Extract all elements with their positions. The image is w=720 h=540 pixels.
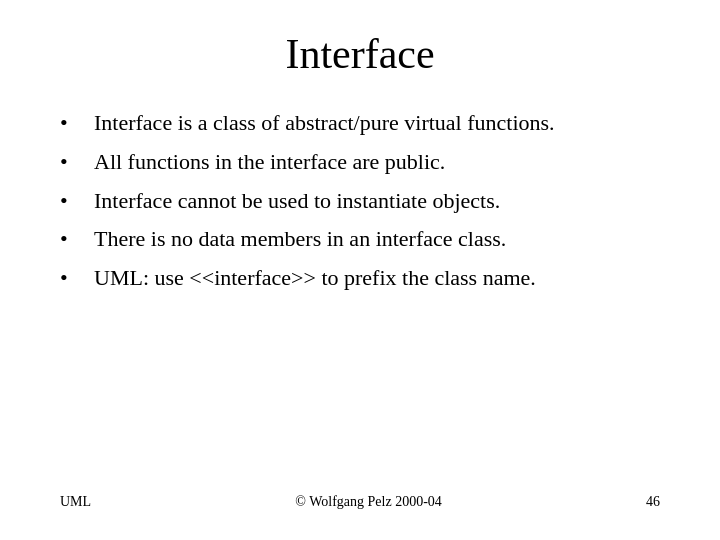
bullet-item: •There is no data members in an interfac…	[60, 224, 660, 255]
bullet-item: •All functions in the interface are publ…	[60, 147, 660, 178]
bullet-symbol: •	[60, 108, 88, 139]
bullet-text: All functions in the interface are publi…	[94, 147, 660, 178]
bullet-item: •UML: use <<interface>> to prefix the cl…	[60, 263, 660, 294]
bullet-text: Interface cannot be used to instantiate …	[94, 186, 660, 217]
footer-left: UML	[60, 494, 91, 510]
bullet-item: •Interface cannot be used to instantiate…	[60, 186, 660, 217]
bullet-symbol: •	[60, 186, 88, 217]
slide-title: Interface	[60, 30, 660, 78]
bullet-symbol: •	[60, 263, 88, 294]
bullet-text: UML: use <<interface>> to prefix the cla…	[94, 263, 660, 294]
bullet-text: There is no data members in an interface…	[94, 224, 660, 255]
footer-center: © Wolfgang Pelz 2000-04	[295, 494, 442, 510]
bullet-list: •Interface is a class of abstract/pure v…	[60, 108, 660, 484]
footer-right: 46	[646, 494, 660, 510]
bullet-item: •Interface is a class of abstract/pure v…	[60, 108, 660, 139]
bullet-text: Interface is a class of abstract/pure vi…	[94, 108, 660, 139]
slide-container: Interface •Interface is a class of abstr…	[0, 0, 720, 540]
bullet-symbol: •	[60, 147, 88, 178]
slide-footer: UML © Wolfgang Pelz 2000-04 46	[60, 484, 660, 510]
bullet-symbol: •	[60, 224, 88, 255]
